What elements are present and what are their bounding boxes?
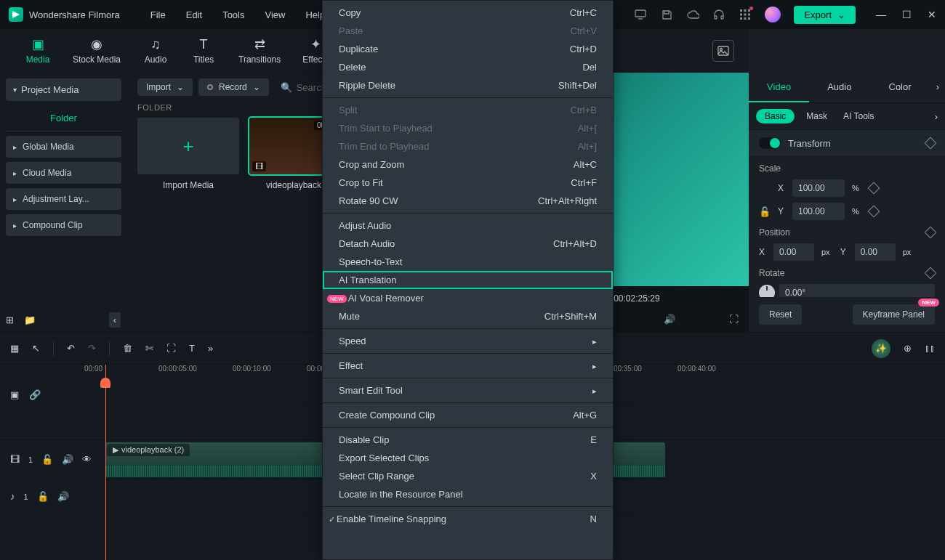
record-dropdown[interactable]: Record⌄ bbox=[198, 78, 269, 96]
mute-icon[interactable]: 🔊 bbox=[62, 454, 73, 465]
ctx-enable-timeline-snapping[interactable]: Enable Timeline SnappingN bbox=[323, 510, 613, 528]
add-folder-icon[interactable]: ⊞ bbox=[6, 315, 14, 325]
ctx-mute[interactable]: MuteCtrl+Shift+M bbox=[323, 307, 613, 325]
transform-toggle[interactable] bbox=[759, 137, 781, 149]
subtab-ai-tools[interactable]: AI Tools bbox=[839, 109, 878, 123]
apps-icon[interactable] bbox=[739, 8, 752, 21]
ctx-speed[interactable]: Speed bbox=[323, 332, 613, 350]
track-settings-icon[interactable]: ⫿⫿ bbox=[925, 343, 935, 354]
keyframe-icon[interactable] bbox=[925, 267, 937, 280]
ctx-select-clip-range[interactable]: Select Clip RangeX bbox=[323, 467, 613, 485]
ctx-locate-in-the-resource-panel[interactable]: Locate in the Resource Panel bbox=[323, 485, 613, 503]
import-media-tile[interactable]: + Import Media bbox=[137, 118, 239, 190]
ctx-copy[interactable]: CopyCtrl+C bbox=[323, 4, 613, 22]
keyframe-icon[interactable] bbox=[867, 182, 880, 195]
ctx-duplicate[interactable]: DuplicateCtrl+D bbox=[323, 40, 613, 58]
track-group-icon[interactable]: ▣ bbox=[10, 389, 19, 400]
ai-orb-icon[interactable] bbox=[765, 7, 781, 23]
scale-y-input[interactable] bbox=[792, 203, 845, 220]
sidebar: ▾Project Media Folder ▸Global Media ▸Clo… bbox=[0, 73, 127, 332]
tab-titles[interactable]: TTitles bbox=[180, 33, 227, 69]
more-icon[interactable]: » bbox=[208, 343, 213, 354]
import-dropdown[interactable]: Import⌄ bbox=[137, 78, 193, 96]
chevron-right-icon[interactable]: › bbox=[930, 73, 945, 102]
cut-icon[interactable]: ✄ bbox=[145, 343, 153, 354]
ctx-crop-to-fit[interactable]: Crop to FitCtrl+F bbox=[323, 174, 613, 192]
lock-icon[interactable]: 🔓 bbox=[759, 206, 773, 217]
crop-icon[interactable]: ⛶ bbox=[166, 343, 176, 354]
volume-icon[interactable]: 🔊 bbox=[664, 314, 675, 325]
undo-icon[interactable]: ↶ bbox=[67, 343, 75, 354]
cursor-icon[interactable]: ↖ bbox=[32, 343, 40, 354]
project-media-header[interactable]: ▾Project Media bbox=[6, 78, 121, 101]
props-tab-audio[interactable]: Audio bbox=[809, 73, 869, 102]
cloud-icon[interactable] bbox=[686, 8, 699, 21]
plus-icon: + bbox=[182, 135, 193, 158]
close-button[interactable]: ✕ bbox=[928, 9, 936, 20]
fullscreen-icon[interactable]: ⛶ bbox=[729, 314, 739, 325]
ctx-crop-and-zoom[interactable]: Crop and ZoomAlt+C bbox=[323, 155, 613, 174]
sidebar-item-adjustment-layer[interactable]: ▸Adjustment Lay... bbox=[6, 188, 121, 210]
tab-stock-media[interactable]: ◉Stock Media bbox=[63, 32, 131, 69]
mute-icon[interactable]: 🔊 bbox=[57, 491, 69, 502]
redo-icon[interactable]: ↷ bbox=[88, 343, 96, 354]
menu-tools[interactable]: Tools bbox=[212, 9, 254, 20]
transform-label: Transform bbox=[788, 138, 831, 149]
subtab-mask[interactable]: Mask bbox=[802, 109, 832, 123]
keyframe-panel-button[interactable]: Keyframe Panel NEW bbox=[853, 304, 935, 325]
visibility-icon[interactable]: 👁 bbox=[82, 454, 92, 465]
reset-button[interactable]: Reset bbox=[759, 304, 802, 325]
menu-view[interactable]: View bbox=[254, 9, 295, 20]
export-button[interactable]: Export⌄ bbox=[794, 6, 856, 24]
keyframe-icon[interactable] bbox=[867, 206, 880, 218]
save-icon[interactable] bbox=[660, 8, 673, 21]
maximize-button[interactable]: ☐ bbox=[902, 9, 912, 20]
menu-file[interactable]: File bbox=[140, 9, 176, 20]
ctx-adjust-audio[interactable]: Adjust Audio bbox=[323, 216, 613, 235]
ctx-export-selected-clips[interactable]: Export Selected Clips bbox=[323, 449, 613, 467]
props-tab-color[interactable]: Color bbox=[869, 73, 930, 102]
headphones-icon[interactable] bbox=[712, 8, 725, 21]
props-tab-video[interactable]: Video bbox=[749, 73, 809, 102]
ctx-create-compound-clip[interactable]: Create Compound ClipAlt+G bbox=[323, 406, 613, 424]
sidebar-item-compound-clip[interactable]: ▸Compound Clip bbox=[6, 214, 121, 236]
ctx-ai-vocal-remover[interactable]: NEWAI Vocal Remover bbox=[323, 289, 613, 307]
minimize-button[interactable]: — bbox=[876, 9, 886, 20]
ai-button[interactable]: ✨ bbox=[872, 339, 890, 358]
ctx-rotate-90-cw[interactable]: Rotate 90 CWCtrl+Alt+Right bbox=[323, 192, 613, 210]
text-icon[interactable]: T bbox=[189, 343, 195, 354]
link-icon[interactable]: 🔗 bbox=[29, 389, 41, 400]
tab-transitions[interactable]: ⇄Transitions bbox=[228, 32, 291, 69]
add-marker-icon[interactable]: ⊕ bbox=[904, 343, 912, 354]
scale-x-input[interactable] bbox=[792, 179, 845, 197]
pos-y-input[interactable] bbox=[855, 243, 896, 261]
grid-icon[interactable]: ▦ bbox=[10, 343, 19, 354]
playhead[interactable] bbox=[105, 365, 106, 560]
sidebar-item-global-media[interactable]: ▸Global Media bbox=[6, 136, 121, 158]
sidebar-item-cloud-media[interactable]: ▸Cloud Media bbox=[6, 162, 121, 184]
ctx-delete[interactable]: DeleteDel bbox=[323, 58, 613, 76]
ctx-speech-to-text[interactable]: Speech-to-Text bbox=[323, 253, 613, 271]
keyframe-icon[interactable] bbox=[925, 227, 937, 239]
ctx-ai-translation[interactable]: AI Translation bbox=[323, 271, 613, 289]
device-icon[interactable] bbox=[634, 8, 647, 21]
subtab-basic[interactable]: Basic bbox=[756, 109, 795, 123]
folder-label[interactable]: Folder bbox=[6, 105, 121, 131]
picture-icon[interactable] bbox=[712, 40, 734, 62]
tab-media[interactable]: ▣Media bbox=[15, 32, 61, 69]
ctx-ripple-delete[interactable]: Ripple DeleteShift+Del bbox=[323, 76, 613, 94]
folder-open-icon[interactable]: 📁 bbox=[24, 315, 36, 325]
collapse-icon[interactable]: ‹ bbox=[109, 312, 121, 328]
ctx-effect[interactable]: Effect bbox=[323, 357, 613, 375]
ctx-smart-edit-tool[interactable]: Smart Edit Tool bbox=[323, 381, 613, 399]
delete-icon[interactable]: 🗑 bbox=[123, 343, 132, 354]
chevron-right-icon[interactable]: › bbox=[935, 111, 938, 122]
menu-edit[interactable]: Edit bbox=[176, 9, 212, 20]
lock-icon[interactable]: 🔓 bbox=[41, 454, 53, 465]
ctx-disable-clip[interactable]: Disable ClipE bbox=[323, 431, 613, 449]
keyframe-icon[interactable] bbox=[925, 137, 937, 150]
tab-audio[interactable]: ♫Audio bbox=[132, 33, 179, 69]
pos-x-input[interactable] bbox=[773, 243, 814, 261]
lock-icon[interactable]: 🔓 bbox=[37, 491, 49, 502]
ctx-detach-audio[interactable]: Detach AudioCtrl+Alt+D bbox=[323, 235, 613, 253]
